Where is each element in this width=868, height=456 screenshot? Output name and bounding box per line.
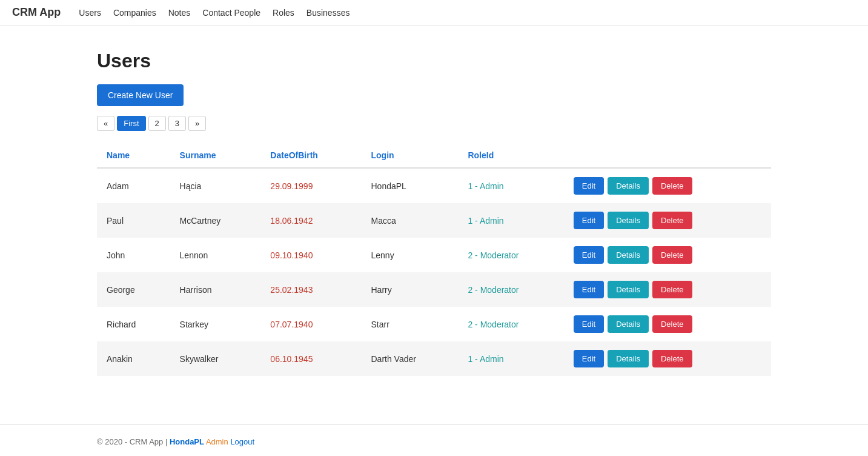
- edit-button[interactable]: Edit: [574, 281, 604, 298]
- cell-surname: Harrison: [170, 272, 261, 307]
- col-actions: [564, 143, 771, 168]
- users-table: Name Surname DateOfBirth Login RoleId Ad…: [97, 143, 771, 376]
- col-name: Name: [97, 143, 170, 168]
- cell-role: 2 - Moderator: [458, 307, 563, 341]
- cell-surname: McCartney: [170, 203, 261, 238]
- cell-dob: 25.02.1943: [260, 272, 361, 307]
- cell-role: 2 - Moderator: [458, 272, 563, 307]
- cell-role: 1 - Admin: [458, 341, 563, 376]
- pagination-page3[interactable]: 3: [168, 116, 186, 131]
- nav-roles[interactable]: Roles: [273, 8, 294, 18]
- cell-dob: 18.06.1942: [260, 203, 361, 238]
- footer-admin: Admin: [206, 437, 228, 446]
- cell-actions: Edit Details Delete: [564, 341, 771, 376]
- delete-button[interactable]: Delete: [652, 246, 692, 264]
- pagination-next[interactable]: »: [188, 116, 206, 131]
- cell-login: Darth Vader: [361, 341, 458, 376]
- delete-button[interactable]: Delete: [652, 177, 692, 195]
- details-button[interactable]: Details: [608, 315, 649, 333]
- cell-name: John: [97, 238, 170, 272]
- cell-login: Harry: [361, 272, 458, 307]
- cell-dob: 07.07.1940: [260, 307, 361, 341]
- app-brand[interactable]: CRM App: [12, 6, 61, 19]
- footer-user: HondaPL: [170, 437, 204, 446]
- cell-login: HondaPL: [361, 168, 458, 203]
- cell-dob: 06.10.1945: [260, 341, 361, 376]
- nav-companies[interactable]: Companies: [113, 8, 156, 18]
- main-content: Users Create New User « First 2 3 » Name…: [0, 25, 868, 400]
- cell-actions: Edit Details Delete: [564, 307, 771, 341]
- cell-name: Adam: [97, 168, 170, 203]
- cell-name: Richard: [97, 307, 170, 341]
- details-button[interactable]: Details: [608, 350, 649, 367]
- cell-login: Macca: [361, 203, 458, 238]
- cell-surname: Lennon: [170, 238, 261, 272]
- col-login: Login: [361, 143, 458, 168]
- cell-dob: 29.09.1999: [260, 168, 361, 203]
- navbar: CRM App Users Companies Notes Contact Pe…: [0, 0, 868, 25]
- col-surname: Surname: [170, 143, 261, 168]
- cell-surname: Skywalker: [170, 341, 261, 376]
- table-row: Richard Starkey 07.07.1940 Starr 2 - Mod…: [97, 307, 771, 341]
- cell-surname: Hącia: [170, 168, 261, 203]
- table-row: John Lennon 09.10.1940 Lenny 2 - Moderat…: [97, 238, 771, 272]
- edit-button[interactable]: Edit: [574, 350, 604, 367]
- pagination-page2[interactable]: 2: [148, 116, 166, 131]
- table-row: George Harrison 25.02.1943 Harry 2 - Mod…: [97, 272, 771, 307]
- edit-button[interactable]: Edit: [574, 246, 604, 264]
- nav-contact-people[interactable]: Contact People: [202, 8, 260, 18]
- table-body: Adam Hącia 29.09.1999 HondaPL 1 - Admin …: [97, 168, 771, 376]
- table-row: Paul McCartney 18.06.1942 Macca 1 - Admi…: [97, 203, 771, 238]
- nav-businesses[interactable]: Businesses: [306, 8, 350, 18]
- edit-button[interactable]: Edit: [574, 177, 604, 195]
- footer-copyright: © 2020 - CRM App |: [97, 437, 167, 446]
- details-button[interactable]: Details: [608, 281, 649, 298]
- cell-actions: Edit Details Delete: [564, 272, 771, 307]
- cell-role: 2 - Moderator: [458, 238, 563, 272]
- edit-button[interactable]: Edit: [574, 212, 604, 229]
- table-row: Adam Hącia 29.09.1999 HondaPL 1 - Admin …: [97, 168, 771, 203]
- cell-dob: 09.10.1940: [260, 238, 361, 272]
- create-new-user-button[interactable]: Create New User: [97, 84, 184, 106]
- col-dob: DateOfBirth: [260, 143, 361, 168]
- details-button[interactable]: Details: [608, 212, 649, 229]
- nav-notes[interactable]: Notes: [168, 8, 191, 18]
- footer: © 2020 - CRM App | HondaPL Admin Logout: [0, 424, 868, 456]
- footer-logout[interactable]: Logout: [230, 437, 254, 446]
- col-roleid: RoleId: [458, 143, 563, 168]
- page-title: Users: [97, 50, 771, 72]
- nav-users[interactable]: Users: [79, 8, 101, 18]
- cell-login: Lenny: [361, 238, 458, 272]
- cell-actions: Edit Details Delete: [564, 203, 771, 238]
- details-button[interactable]: Details: [608, 177, 649, 195]
- delete-button[interactable]: Delete: [652, 350, 692, 367]
- pagination-first[interactable]: First: [117, 116, 145, 131]
- delete-button[interactable]: Delete: [652, 281, 692, 298]
- cell-actions: Edit Details Delete: [564, 168, 771, 203]
- table-header: Name Surname DateOfBirth Login RoleId: [97, 143, 771, 168]
- pagination: « First 2 3 »: [97, 116, 771, 131]
- pagination-prev[interactable]: «: [97, 116, 114, 131]
- cell-role: 1 - Admin: [458, 203, 563, 238]
- cell-name: Anakin: [97, 341, 170, 376]
- edit-button[interactable]: Edit: [574, 315, 604, 333]
- cell-surname: Starkey: [170, 307, 261, 341]
- cell-login: Starr: [361, 307, 458, 341]
- table-row: Anakin Skywalker 06.10.1945 Darth Vader …: [97, 341, 771, 376]
- delete-button[interactable]: Delete: [652, 315, 692, 333]
- cell-actions: Edit Details Delete: [564, 238, 771, 272]
- cell-role: 1 - Admin: [458, 168, 563, 203]
- details-button[interactable]: Details: [608, 246, 649, 264]
- cell-name: Paul: [97, 203, 170, 238]
- nav-links: Users Companies Notes Contact People Rol…: [79, 8, 350, 18]
- delete-button[interactable]: Delete: [652, 212, 692, 229]
- cell-name: George: [97, 272, 170, 307]
